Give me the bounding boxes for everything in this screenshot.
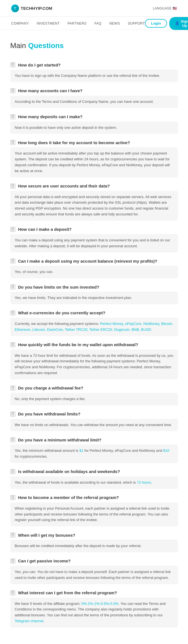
faq-answer-12: Yes, the minimum withdrawal amount is $1… <box>10 445 178 463</box>
faq-item-10: ☰ Do you charge a withdrawal fee? No, on… <box>10 382 178 405</box>
faq-answer-0: You have to sign up with the Company Nam… <box>10 70 178 82</box>
faq-question-16[interactable]: ☰ Can I get passive income? <box>10 555 178 566</box>
faq-item-17: ☰ What interest can I get from the refer… <box>10 586 178 628</box>
nav-news[interactable]: NEWS <box>109 22 120 25</box>
faq-question-5[interactable]: ☰ How can I make a deposit? <box>10 223 178 234</box>
faq-question-text-11: Do you have withdrawal limits? <box>18 412 80 416</box>
faq-question-2[interactable]: ☰ How many deposits can I make? <box>10 110 178 122</box>
faq-icon-6: ☰ <box>10 258 15 263</box>
faq-question-text-14: How to become a member of the referral p… <box>18 495 119 500</box>
faq-question-11[interactable]: ☰ Do you have withdrawal limits? <box>10 408 178 419</box>
faq-question-text-5: How can I make a deposit? <box>18 227 72 232</box>
nav-company[interactable]: COMPANY <box>11 22 29 25</box>
faq-item-15: ☰ When will I get my bonuses? Bonuses wi… <box>10 529 178 552</box>
faq-item-9: ☰ How quickly will the funds be in my wa… <box>10 338 178 379</box>
faq-question-text-7: Do you have limits on the sum invested? <box>18 285 99 289</box>
faq-question-15[interactable]: ☰ When will I get my bonuses? <box>10 529 178 540</box>
faq-question-text-9: How quickly will the funds be in my wall… <box>18 342 138 347</box>
nav-links: COMPANY INVESTMENT PARTNERS FAQ NEWS SUP… <box>11 22 145 25</box>
faq-item-6: ☰ Can I make a deposit using my account … <box>10 255 178 278</box>
faq-answer-11: We have no limits on withdrawals. You ca… <box>10 419 178 431</box>
flag-icon: 🇺🇸 <box>173 6 177 10</box>
faq-icon-15: ☰ <box>10 533 15 538</box>
faq-answer-17: We have 5 levels of the affiliate progra… <box>10 598 178 628</box>
logo-text: TECHHYIP.COM <box>21 6 52 11</box>
faq-icon-8: ☰ <box>10 310 15 315</box>
min-withdrawal-1-link[interactable]: $1 <box>79 448 83 453</box>
ecurrencies-link[interactable]: Perfect Money, ePayCore, NixMoney, Bitco… <box>15 322 173 332</box>
faq-icon-0: ☰ <box>10 62 15 67</box>
faq-question-6[interactable]: ☰ Can I make a deposit using my account … <box>10 255 178 266</box>
logo[interactable]: T TECHHYIP.COM <box>11 4 52 12</box>
faq-question-text-15: When will I get my bonuses? <box>18 533 75 538</box>
faq-question-12[interactable]: ☰ Do you have a minimum withdrawal limit… <box>10 433 178 445</box>
faq-question-13[interactable]: ☰ Is withdrawal available on holidays an… <box>10 465 178 476</box>
faq-icon-2: ☰ <box>10 114 15 119</box>
faq-question-3[interactable]: ☰ How long does it take for my account t… <box>10 136 178 147</box>
main-content: Main Questions ☰ How do I get started? Y… <box>5 30 184 644</box>
faq-question-text-10: Do you charge a withdrawal fee? <box>18 386 83 390</box>
faq-question-0[interactable]: ☰ How do I get started? <box>10 58 178 70</box>
faq-answer-5: You can make a deposit using any payment… <box>10 234 178 253</box>
nav-support[interactable]: SUPPORT <box>128 22 145 25</box>
faq-item-1: ☰ How many accounts can I have? Accordin… <box>10 84 178 108</box>
faq-answer-3: Your account will be active immediately … <box>10 147 178 177</box>
faq-question-7[interactable]: ☰ Do you have limits on the sum invested… <box>10 281 178 292</box>
nav-faq[interactable]: FAQ <box>94 22 102 25</box>
faq-icon-1: ☰ <box>10 88 15 93</box>
telegram-channel-link[interactable]: Telegram channel <box>15 619 44 623</box>
faq-item-11: ☰ Do you have withdrawal limits? We have… <box>10 408 178 431</box>
signup-icon: 👤 <box>175 21 179 25</box>
faq-question-text-6: Can I make a deposit using my account ba… <box>18 259 157 263</box>
faq-icon-13: ☰ <box>10 469 15 474</box>
faq-icon-7: ☰ <box>10 284 15 289</box>
faq-question-1[interactable]: ☰ How many accounts can I have? <box>10 84 178 96</box>
faq-answer-16: Yes, you can. You do not have to make a … <box>10 566 178 584</box>
faq-answer-14: When registering in your Personal Accoun… <box>10 502 178 526</box>
faq-question-8[interactable]: ☰ What e-currencies do you currently acc… <box>10 306 178 318</box>
faq-question-14[interactable]: ☰ How to become a member of the referral… <box>10 491 178 502</box>
faq-answer-15: Bonuses will be credited immediately aft… <box>10 540 178 552</box>
faq-question-9[interactable]: ☰ How quickly will the funds be in my wa… <box>10 338 178 350</box>
nav-partners[interactable]: PARTNERS <box>68 22 87 25</box>
faq-item-8: ☰ What e-currencies do you currently acc… <box>10 306 178 336</box>
faq-item-2: ☰ How many deposits can I make? Now it i… <box>10 110 178 134</box>
login-button[interactable]: Login <box>145 19 167 28</box>
faq-answer-1: According to the Terms and Conditions of… <box>10 96 178 108</box>
faq-question-4[interactable]: ☰ How secure are user accounts and their… <box>10 180 178 191</box>
faq-icon-3: ☰ <box>10 140 15 145</box>
nav-investment[interactable]: INVESTMENT <box>37 22 60 25</box>
language-selector[interactable]: LANGUAGE 🇺🇸 <box>153 6 177 10</box>
faq-item-4: ☰ How secure are user accounts and their… <box>10 180 178 221</box>
signup-label: Sign Up <box>181 19 188 28</box>
faq-question-text-8: What e-currencies do you currently accep… <box>18 310 106 315</box>
faq-item-16: ☰ Can I get passive income? Yes, you can… <box>10 555 178 584</box>
faq-list: ☰ How do I get started? You have to sign… <box>10 58 178 628</box>
site-header: T TECHHYIP.COM LANGUAGE 🇺🇸 COMPANY INVES… <box>0 0 188 30</box>
72hours-link[interactable]: 72 hours <box>137 480 151 484</box>
signup-button[interactable]: 👤 Sign Up <box>169 17 188 30</box>
page-title-area: Main Questions <box>10 41 178 50</box>
page-title-accent: Questions <box>28 41 64 50</box>
faq-question-text-13: Is withdrawal available on holidays and … <box>18 469 120 474</box>
faq-answer-10: No, only the payment system charges a fe… <box>10 393 178 405</box>
faq-item-5: ☰ How can I make a deposit? You can make… <box>10 223 178 253</box>
faq-answer-9: We have a 72-hour limit for withdrawal o… <box>10 350 178 379</box>
faq-question-text-17: What interest can I get from the referra… <box>18 590 117 595</box>
header-right: LANGUAGE 🇺🇸 <box>153 6 177 10</box>
faq-answer-13: Yes, the withdrawal of funds is availabl… <box>10 476 178 489</box>
faq-question-text-16: Can I get passive income? <box>18 559 71 563</box>
faq-icon-10: ☰ <box>10 386 15 391</box>
min-withdrawal-10-link[interactable]: $10 <box>163 448 169 453</box>
faq-question-17[interactable]: ☰ What interest can I get from the refer… <box>10 586 178 598</box>
faq-icon-9: ☰ <box>10 342 15 347</box>
faq-icon-12: ☰ <box>10 437 15 442</box>
affiliate-levels-link[interactable]: 5%-2%-1%-0.5%-0.5% <box>81 602 118 606</box>
faq-question-text-12: Do you have a minimum withdrawal limit? <box>18 438 101 442</box>
faq-question-text-3: How long does it take for my account to … <box>18 140 130 145</box>
faq-question-text-2: How many deposits can I make? <box>18 114 83 119</box>
faq-question-10[interactable]: ☰ Do you charge a withdrawal fee? <box>10 382 178 393</box>
nav-buttons: Login 👤 Sign Up <box>145 17 188 30</box>
main-nav: COMPANY INVESTMENT PARTNERS FAQ NEWS SUP… <box>0 17 188 30</box>
faq-item-13: ☰ Is withdrawal available on holidays an… <box>10 465 178 489</box>
